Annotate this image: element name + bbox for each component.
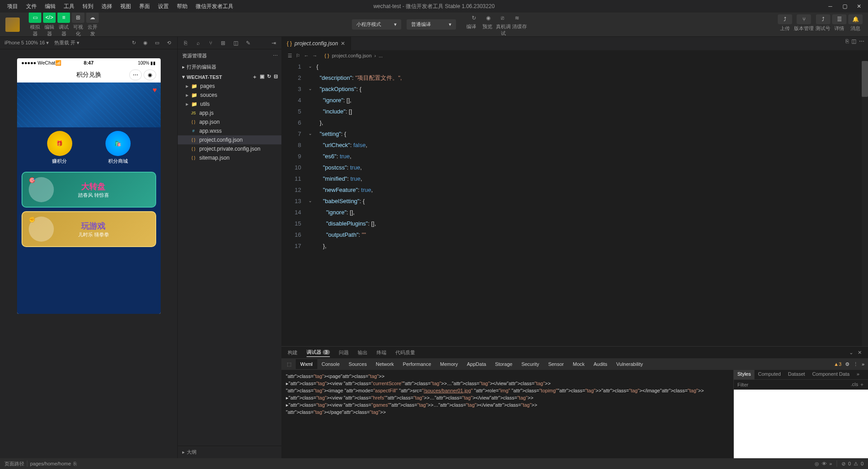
remote-debug-button[interactable]: ⎚ [495,13,510,23]
测试号-button[interactable]: ⤴ [816,14,830,24]
forward-icon[interactable]: → [312,53,317,59]
menu-item[interactable]: 项目 [4,1,22,12]
outline-section[interactable]: ▸ 大纲 [178,446,281,458]
breadcrumb-file[interactable]: project.config.json [332,53,372,58]
more-icon[interactable]: ⋯ [859,38,864,44]
bookmark-icon[interactable]: ⚐ [296,53,300,59]
new-folder-icon[interactable]: ▣ [260,74,264,80]
list-icon[interactable]: ☰ [288,53,292,59]
layout-icon[interactable]: ◫ [851,38,856,44]
target-icon[interactable]: ◎ [815,461,819,467]
menu-item[interactable]: 文件 [22,1,40,12]
rotate-icon[interactable]: ⟲ [165,39,173,47]
close-icon[interactable]: ✕ [341,40,345,47]
详情-button[interactable]: ☰ [832,14,846,24]
devtools-tab[interactable]: Performance [399,359,436,369]
panel-collapse-icon[interactable]: ⌄ [849,350,853,356]
tree-item[interactable]: ▸ 📁 pages [178,82,281,91]
hot-reload-toggle[interactable]: 热重载 开 ▾ [54,39,79,46]
editor-toggle[interactable]: </> [43,12,56,23]
mode-dropdown[interactable]: 小程序模式▾ [352,19,401,30]
target-button[interactable]: ◉ [144,69,156,80]
cloud-dev-toggle[interactable]: ☁ [86,12,99,23]
menu-item[interactable]: 工具 [60,1,78,12]
panel-tab[interactable]: 终端 [377,348,386,357]
compile-button[interactable]: ↻ [467,13,481,23]
problems-count[interactable]: ⊘ 0 ⚠ 0 [842,461,864,467]
devtools-tab[interactable]: Mock [568,359,589,369]
devtools-tab[interactable]: AppData [462,359,491,369]
open-editors-section[interactable]: ▸ 打开的编辑器 [178,62,281,72]
menu-item[interactable]: 视图 [117,1,135,12]
device-selector[interactable]: iPhone 5 100% 16 ▾ [4,40,49,46]
menu-item[interactable]: 帮助 [173,1,191,12]
版本管理-button[interactable]: ⑂ [797,14,811,24]
clear-cache-button[interactable]: ≋ [510,13,524,23]
tree-item[interactable]: ▸ 📁 utils [178,100,281,109]
close-button[interactable]: ✕ [854,1,864,12]
minimize-button[interactable]: ─ [825,1,836,12]
files-icon[interactable]: ⎘ [181,39,189,47]
branch-icon[interactable]: ⑂ [206,39,215,47]
menu-item[interactable]: 编辑 [41,1,59,12]
editor-tab[interactable]: { } project.config.json ✕ [281,37,351,50]
maximize-button[interactable]: ▢ [839,1,850,12]
page-path[interactable]: 页面路径 pages/home/home ⎘ [4,460,77,467]
refresh-icon[interactable]: ↻ [130,39,138,47]
tree-item[interactable]: { } project.private.config.json [178,144,281,153]
warning-badge[interactable]: ▲3 [834,361,842,367]
chevron-icon[interactable]: » [862,361,864,367]
menu-item[interactable]: 界面 [136,1,153,12]
styles-tab[interactable]: Computed [754,370,785,379]
devtools-tab[interactable]: Storage [491,359,517,369]
消息-button[interactable]: 🔔 [848,14,863,24]
menu-item[interactable]: 微信开发者工具 [192,1,237,12]
wxml-panel[interactable]: "attr">class="tag"><page"attr">class="ta… [281,370,733,458]
earn-points-button[interactable]: 🎁 赚积分 [47,131,72,165]
search-icon[interactable]: ⌕ [194,39,202,47]
layers-icon[interactable]: ◫ [232,39,240,47]
menu-item[interactable]: 选择 [98,1,116,12]
styles-filter-input[interactable]: Filter [737,382,748,387]
tree-item[interactable]: { } project.config.json [178,135,281,144]
more-button[interactable]: ⋯ [129,69,142,80]
record-icon[interactable]: ◉ [141,39,149,47]
preview-button[interactable]: ◉ [481,13,495,23]
more-icon[interactable]: ⋯ [273,53,278,59]
tree-item[interactable]: JS app.js [178,109,281,117]
menu-item[interactable]: 设置 [154,1,172,12]
collapse-all-icon[interactable]: ⊟ [274,74,278,80]
scrollbar[interactable] [862,61,868,346]
avatar[interactable] [5,17,20,32]
split-icon[interactable]: ⎘ [846,38,849,44]
gear-icon[interactable]: ⚙ [845,361,850,367]
devtools-tab[interactable]: Audits [589,359,612,369]
wheel-game-card[interactable]: 🎯 大转盘 踏春风 转惊喜 [22,172,156,208]
inspect-icon[interactable]: ⬚ [285,360,293,368]
tree-item[interactable]: ▸ 📁 souces [178,91,281,100]
tree-item[interactable]: # app.wxss [178,126,281,135]
devtools-tab[interactable]: Network [371,359,398,369]
points-mall-button[interactable]: 🛍️ 积分商城 [105,131,131,165]
back-icon[interactable]: ← [304,53,309,59]
devtools-tab[interactable]: Sources [344,359,371,369]
styles-tab[interactable]: Component Data [809,370,853,379]
compile-dropdown[interactable]: 普通编译▾ [407,19,456,30]
panel-tab[interactable]: 构建 [288,348,298,357]
上传-button[interactable]: ⤴ [778,14,792,24]
panel-tab[interactable]: 输出 [358,348,368,357]
tree-item[interactable]: { } sitemap.json [178,153,281,162]
device-icon[interactable]: ▭ [153,39,161,47]
panel-close-icon[interactable]: ✕ [858,350,862,356]
menu-item[interactable]: 转到 [79,1,97,12]
panel-tab[interactable]: 代码质量 [395,348,415,357]
refresh-icon[interactable]: ↻ [267,74,271,80]
simulator-toggle[interactable]: ▭ [29,12,41,23]
project-section[interactable]: ▾ WECHAT-TEST ＋ ▣ ↻ ⊟ [178,72,281,82]
devtools-tab[interactable]: Console [317,359,344,369]
eye-icon[interactable]: 👁 [822,461,827,466]
debugger-toggle[interactable]: ≡ [57,12,70,23]
devtools-tab[interactable]: Vulnerability [612,359,648,369]
panel-tab[interactable]: 问题 [339,348,349,357]
styles-tab[interactable]: Styles [734,370,754,379]
